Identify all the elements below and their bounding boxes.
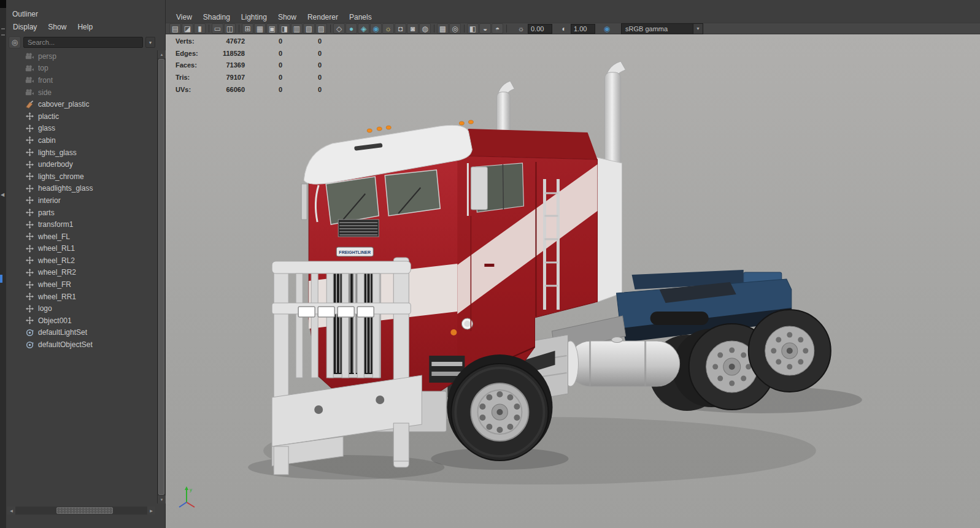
viewport-menu-renderer[interactable]: Renderer <box>302 12 344 23</box>
search-dropdown-arrow-icon[interactable]: ▾ <box>145 37 155 48</box>
scroll-up-arrow-icon[interactable]: ▲ <box>158 50 166 58</box>
scroll-down-arrow-icon[interactable]: ▼ <box>158 495 166 503</box>
outliner-item-persp[interactable]: persp <box>6 50 156 63</box>
joint-xray-icon[interactable]: ◓ <box>492 23 503 34</box>
viewport-menu-shading[interactable]: Shading <box>198 12 236 23</box>
outliner-horizontal-scrollbar[interactable]: ◀ ▶ <box>7 507 155 515</box>
outliner-item-cabin[interactable]: cabin <box>6 134 156 147</box>
truck-model[interactable]: FREIGHTLINER <box>166 34 980 528</box>
contrast-icon[interactable]: ◐ <box>558 23 569 34</box>
safe-action-icon[interactable]: ▧ <box>303 23 315 34</box>
gate-mask-icon[interactable]: ◨ <box>279 23 290 34</box>
camera-icon <box>25 65 34 72</box>
outliner-menu-help[interactable]: Help <box>72 21 98 33</box>
2d-pan-zoom-icon[interactable]: ◫ <box>224 23 236 34</box>
depth-of-field-icon[interactable]: ◎ <box>449 23 461 34</box>
panel-grip-icon[interactable] <box>1 28 5 36</box>
viewport-toolbar: ▤◪▮▭◫⊞▦▣◨▥▧▨◇●◈◉☼◘◙◍▩◎◧◒◓ ☼ ◐ ◉ sRGB gam… <box>166 23 980 34</box>
panel-collapse-arrow-icon[interactable]: ◀ <box>1 193 4 197</box>
outliner-item-lights_glass[interactable]: lights_glass <box>6 147 156 159</box>
transform-icon <box>25 256 34 264</box>
outliner-item-top[interactable]: top <box>6 63 156 75</box>
outliner-filter-icon[interactable]: ◎ <box>9 36 21 48</box>
outliner-item-parts[interactable]: parts <box>6 207 156 219</box>
safe-title-icon[interactable]: ▨ <box>315 23 327 34</box>
outliner-item-transform1[interactable]: transform1 <box>6 218 156 231</box>
smooth-shade-icon[interactable]: ● <box>345 23 357 34</box>
outliner-item-side[interactable]: side <box>6 86 156 99</box>
outliner-item-logo[interactable]: logo <box>6 302 156 315</box>
outliner-item-Object001[interactable]: Object001 <box>6 315 156 327</box>
toolbar-separator <box>434 25 434 33</box>
color-management-icon[interactable]: ◉ <box>601 23 612 34</box>
viewport-menu-panels[interactable]: Panels <box>344 12 377 23</box>
use-all-lights-icon[interactable]: ☼ <box>382 23 394 34</box>
outliner-vertical-scrollbar[interactable]: ▲ ▼ <box>157 50 165 503</box>
outliner-item-interior[interactable]: interior <box>6 194 156 207</box>
hud-row-tris: Tris:7910700 <box>176 71 322 83</box>
outliner-menu-show[interactable]: Show <box>42 21 72 33</box>
image-plane-icon[interactable]: ▭ <box>212 23 223 34</box>
scroll-left-arrow-icon[interactable]: ◀ <box>7 507 15 515</box>
outliner-item-defaultLightSet[interactable]: defaultLightSet <box>6 327 156 339</box>
outliner-item-defaultObjectSet[interactable]: defaultObjectSet <box>6 339 156 351</box>
viewport-canvas[interactable]: FREIGHTLINER <box>166 34 980 528</box>
outliner-item-wheel_RL2[interactable]: wheel_RL2 <box>6 254 156 267</box>
outliner-item-headlights_glass[interactable]: headlights_glass <box>6 183 156 195</box>
outliner-menubar: DisplayShowHelp <box>7 21 98 33</box>
outliner-item-wheel_RR2[interactable]: wheel_RR2 <box>6 267 156 279</box>
select-camera-icon[interactable]: ▤ <box>169 23 181 34</box>
outliner-item-cabover_plastic[interactable]: cabover_plastic <box>6 98 156 110</box>
transform-icon <box>25 196 34 204</box>
outliner-item-lights_chrome[interactable]: lights_chrome <box>6 170 156 183</box>
set-icon <box>25 341 34 349</box>
textured-icon[interactable]: ◉ <box>370 23 382 34</box>
scroll-right-arrow-icon[interactable]: ▶ <box>147 507 155 515</box>
outliner-item-label: wheel_FR <box>38 280 71 289</box>
outliner-item-wheel_RL1[interactable]: wheel_RL1 <box>6 243 156 255</box>
outliner-item-label: logo <box>38 304 52 313</box>
outliner-item-plactic[interactable]: plactic <box>6 110 156 123</box>
outliner-item-wheel_FR[interactable]: wheel_FR <box>6 278 156 291</box>
hud-row-faces: Faces:7136900 <box>176 59 322 71</box>
view-transform-dropdown[interactable]: sRGB gamma <box>621 23 693 34</box>
bounding-box-icon[interactable]: ◈ <box>358 23 369 34</box>
ambient-occlusion-icon[interactable]: ◙ <box>407 23 419 34</box>
field-chart-icon[interactable]: ▥ <box>291 23 303 34</box>
shadows-icon[interactable]: ◘ <box>395 23 406 34</box>
viewport-menu-view[interactable]: View <box>171 12 198 23</box>
grid-icon[interactable]: ⊞ <box>242 23 253 34</box>
outliner-item-front[interactable]: front <box>6 74 156 86</box>
hud-v2: 0 <box>245 50 282 57</box>
outliner-item-wheel_FL[interactable]: wheel_FL <box>6 231 156 243</box>
exposure-field[interactable] <box>528 24 552 34</box>
bookmarks-icon[interactable]: ▮ <box>194 23 206 34</box>
isolate-select-icon[interactable]: ◧ <box>467 23 479 34</box>
gamma-field[interactable] <box>571 24 595 34</box>
hud-v2: 0 <box>245 74 282 81</box>
camera-attributes-icon[interactable]: ◪ <box>182 23 193 34</box>
resolution-gate-icon[interactable]: ▣ <box>266 23 278 34</box>
multisample-icon[interactable]: ▩ <box>437 23 449 34</box>
outliner-item-wheel_RR1[interactable]: wheel_RR1 <box>6 291 156 303</box>
vertical-scroll-thumb[interactable] <box>158 59 164 495</box>
horizontal-scroll-thumb[interactable] <box>56 507 113 514</box>
hud-v1: 118528 <box>209 50 245 57</box>
view-transform-dropdown-arrow-icon[interactable]: ▼ <box>693 23 703 34</box>
viewport-menu-show[interactable]: Show <box>272 12 302 23</box>
transform-icon <box>25 305 34 313</box>
outliner-menu-display[interactable]: Display <box>7 21 42 33</box>
motion-blur-icon[interactable]: ◍ <box>419 23 431 34</box>
outliner-item-glass[interactable]: glass <box>6 123 156 135</box>
outliner-item-underbody[interactable]: underbody <box>6 158 156 170</box>
hud-v2: 0 <box>245 61 282 69</box>
camera-icon <box>25 89 34 96</box>
xray-icon[interactable]: ◒ <box>479 23 491 34</box>
wireframe-icon[interactable]: ◇ <box>333 23 345 34</box>
outliner-item-label: front <box>38 76 53 85</box>
outliner-search-input[interactable] <box>23 37 143 48</box>
viewport-menu-lighting[interactable]: Lighting <box>236 12 272 23</box>
exposure-icon[interactable]: ☼ <box>515 23 527 34</box>
film-gate-icon[interactable]: ▦ <box>254 23 266 34</box>
outliner-list: persptopfrontsidecabover_plasticplacticg… <box>6 50 156 503</box>
